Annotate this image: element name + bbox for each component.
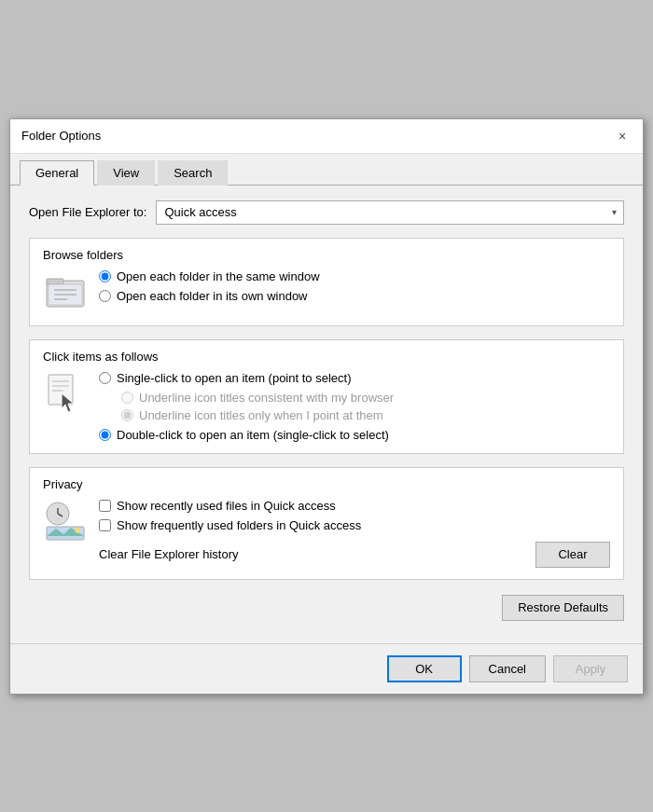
own-window-option[interactable]: Open each folder in its own window <box>99 289 320 303</box>
show-frequent-checkbox[interactable] <box>99 519 111 531</box>
tab-bar: General View Search <box>10 154 643 186</box>
own-window-label: Open each folder in its own window <box>117 289 308 303</box>
tab-search[interactable]: Search <box>158 160 228 186</box>
click-icon <box>43 371 88 416</box>
svg-rect-1 <box>47 279 63 284</box>
privacy-inner: Show recently used files in Quick access… <box>43 499 610 568</box>
click-items-title: Click items as follows <box>43 350 610 364</box>
privacy-svg-icon <box>45 501 86 542</box>
dialog-title: Folder Options <box>21 129 101 143</box>
show-recent-option[interactable]: Show recently used files in Quick access <box>99 499 610 513</box>
clear-history-row: Clear File Explorer history Clear <box>99 542 610 568</box>
click-items-options: Single-click to open an item (point to s… <box>99 371 394 442</box>
close-button[interactable]: × <box>613 127 632 145</box>
double-click-label: Double-click to open an item (single-cli… <box>117 428 389 442</box>
general-tab-content: Open File Explorer to: Quick access This… <box>10 186 643 643</box>
click-svg-icon <box>45 373 86 414</box>
underline-browser-option[interactable]: Underline icon titles consistent with my… <box>121 391 394 405</box>
same-window-option[interactable]: Open each folder in the same window <box>99 269 320 283</box>
show-frequent-label: Show frequently used folders in Quick ac… <box>117 518 361 532</box>
open-to-dropdown-wrapper: Quick access This PC ▾ <box>156 200 624 225</box>
title-bar: Folder Options × <box>10 119 643 154</box>
browse-folders-inner: Open each folder in the same window Open… <box>43 269 610 314</box>
clear-history-label: Clear File Explorer history <box>99 547 535 561</box>
same-window-label: Open each folder in the same window <box>117 269 320 283</box>
single-click-radio[interactable] <box>99 372 111 384</box>
open-to-label: Open File Explorer to: <box>29 205 146 219</box>
single-click-label: Single-click to open an item (point to s… <box>117 371 351 385</box>
svg-point-16 <box>75 528 80 533</box>
clear-button[interactable]: Clear <box>535 542 610 568</box>
privacy-checkboxes: Show recently used files in Quick access… <box>99 499 610 532</box>
own-window-radio[interactable] <box>99 290 111 302</box>
folder-options-dialog: Folder Options × General View Search Ope… <box>9 118 644 695</box>
browse-folders-options: Open each folder in the same window Open… <box>99 269 320 303</box>
privacy-icon <box>43 499 88 544</box>
privacy-options: Show recently used files in Quick access… <box>99 499 610 568</box>
single-click-option[interactable]: Single-click to open an item (point to s… <box>99 371 394 385</box>
underline-options: Underline icon titles consistent with my… <box>121 391 394 422</box>
underline-point-radio[interactable] <box>121 409 133 421</box>
double-click-option[interactable]: Double-click to open an item (single-cli… <box>99 428 394 442</box>
restore-defaults-button[interactable]: Restore Defaults <box>502 595 624 621</box>
click-items-inner: Single-click to open an item (point to s… <box>43 371 610 442</box>
browse-folders-icon <box>43 269 88 314</box>
open-to-row: Open File Explorer to: Quick access This… <box>29 200 624 225</box>
browse-folders-title: Browse folders <box>43 248 610 262</box>
ok-button[interactable]: OK <box>387 655 462 682</box>
browse-folders-section: Browse folders <box>29 238 624 326</box>
double-click-radio[interactable] <box>99 429 111 441</box>
underline-browser-radio[interactable] <box>121 392 133 404</box>
underline-point-option[interactable]: Underline icon titles only when I point … <box>121 408 394 422</box>
privacy-section: Privacy <box>29 467 624 580</box>
tab-view[interactable]: View <box>97 160 155 186</box>
open-to-dropdown[interactable]: Quick access This PC <box>156 200 624 225</box>
cancel-button[interactable]: Cancel <box>469 655 546 682</box>
apply-button[interactable]: Apply <box>553 655 628 682</box>
underline-browser-label: Underline icon titles consistent with my… <box>139 391 394 405</box>
same-window-radio[interactable] <box>99 270 111 282</box>
folder-svg-icon <box>45 271 86 312</box>
restore-defaults-row: Restore Defaults <box>29 587 624 628</box>
show-recent-label: Show recently used files in Quick access <box>117 499 336 513</box>
tab-general[interactable]: General <box>20 160 94 186</box>
show-recent-checkbox[interactable] <box>99 500 111 512</box>
underline-point-label: Underline icon titles only when I point … <box>139 408 383 422</box>
privacy-title: Privacy <box>43 477 610 491</box>
show-frequent-option[interactable]: Show frequently used folders in Quick ac… <box>99 518 610 532</box>
click-items-section: Click items as follows <box>29 339 624 454</box>
dialog-footer: OK Cancel Apply <box>10 643 643 694</box>
